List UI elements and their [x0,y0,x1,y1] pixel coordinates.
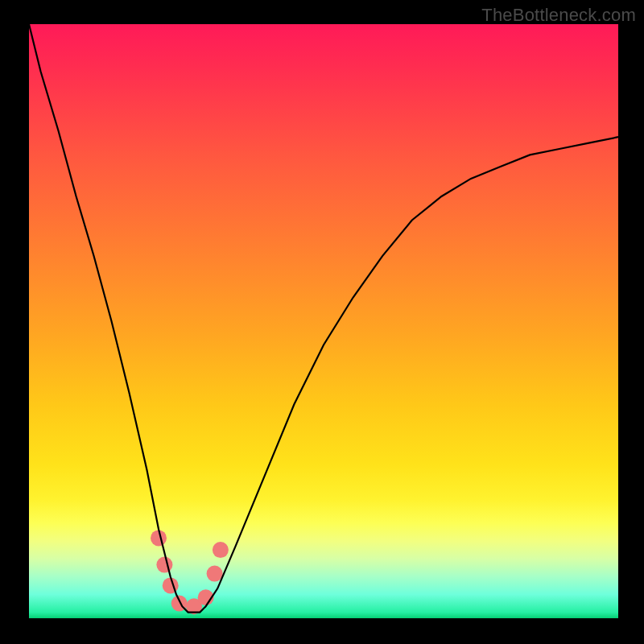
bottleneck-curve [29,24,618,613]
watermark-text: TheBottleneck.com [481,5,636,26]
curve-marker [207,566,223,582]
curve-marker [156,557,172,573]
chart-frame: TheBottleneck.com [0,0,644,644]
curve-marker [213,542,229,558]
chart-svg [0,0,644,644]
